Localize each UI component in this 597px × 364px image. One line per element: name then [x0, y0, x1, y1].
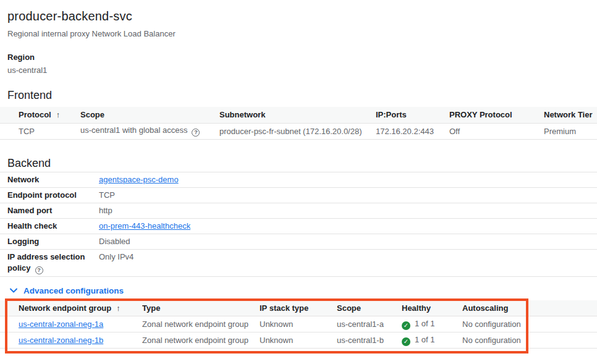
backend-heading: Backend	[7, 156, 597, 170]
advanced-configurations-label: Advanced configurations	[23, 286, 124, 295]
neg-column-autoscaling[interactable]: Autoscaling	[462, 300, 597, 316]
endpoint-protocol-value: TCP	[99, 190, 115, 201]
neg-type-cell: Zonal network endpoint group	[142, 316, 260, 332]
network-label: Network	[0, 174, 99, 185]
neg-row-1a: us-central-zonal-neg-1a Zonal network en…	[0, 316, 597, 332]
frontend-scope-text: us-central1 with global access	[80, 125, 187, 135]
neg-column-ip-stack-type[interactable]: IP stack type	[260, 300, 337, 316]
neg-type-cell: Zonal network endpoint group	[142, 332, 260, 349]
named-port-value: http	[99, 205, 112, 216]
neg-column-name[interactable]: Network endpoint group↑	[0, 300, 142, 316]
frontend-column-subnetwork[interactable]: Subnetwork	[219, 107, 376, 123]
help-icon-glyph: ?	[194, 130, 198, 135]
logging-label: Logging	[0, 236, 99, 247]
frontend-network-tier-cell: Premium	[544, 123, 597, 139]
check-glyph: ✓	[404, 323, 409, 329]
neg-ip-stack-cell: Unknown	[260, 332, 337, 349]
frontend-column-proxy-protocol[interactable]: PROXY Protocol	[449, 107, 544, 123]
frontend-protocol-cell: TCP	[0, 123, 80, 139]
sort-ascending-icon: ↑	[116, 303, 121, 313]
ip-policy-label-text: IP address selection policy	[7, 252, 85, 273]
neg-name-cell: us-central-zonal-neg-1b	[0, 332, 142, 349]
chevron-down-icon	[10, 288, 17, 293]
frontend-row: TCP us-central1 with global access? prod…	[0, 123, 597, 139]
neg-column-scope[interactable]: Scope	[337, 300, 402, 316]
backend-row-logging: Logging Disabled	[0, 234, 597, 249]
health-check-link[interactable]: on-prem-443-healthcheck	[99, 221, 190, 231]
frontend-column-protocol[interactable]: Protocol↑	[0, 107, 80, 123]
neg-column-healthy[interactable]: Healthy	[402, 300, 462, 316]
sort-ascending-icon: ↑	[56, 110, 61, 119]
ip-policy-value: Only IPv4	[99, 252, 133, 263]
neg-healthy-cell: ✓1 of 1	[402, 316, 462, 332]
load-balancer-details-page: producer-backend-svc Regional internal p…	[0, 0, 597, 364]
frontend-scope-cell: us-central1 with global access?	[80, 123, 219, 139]
frontend-ip-ports-cell: 172.16.20.2:443	[376, 123, 449, 139]
region-label: Region	[7, 53, 597, 62]
frontend-column-network-tier[interactable]: Network Tier	[544, 107, 597, 123]
network-link[interactable]: agentspace-psc-demo	[99, 175, 179, 184]
frontend-proxy-protocol-cell: Off	[449, 123, 544, 139]
check-glyph: ✓	[404, 339, 409, 345]
help-icon-glyph: ?	[37, 268, 41, 273]
healthy-check-icon: ✓	[402, 321, 410, 330]
neg-autoscaling-cell: No configuration	[462, 316, 597, 332]
neg-row-1b: us-central-zonal-neg-1b Zonal network en…	[0, 332, 597, 349]
page-subtitle: Regional internal proxy Network Load Bal…	[7, 29, 597, 39]
frontend-header-row: Protocol↑ Scope Subnetwork IP:Ports PROX…	[0, 107, 597, 123]
logging-value: Disabled	[99, 236, 130, 247]
healthy-count: 1 of 1	[415, 319, 435, 328]
healthy-check-icon: ✓	[402, 337, 410, 346]
ip-policy-label: IP address selection policy?	[0, 252, 99, 274]
help-icon[interactable]: ?	[35, 266, 43, 274]
region-value: us-central1	[7, 66, 597, 75]
neg-name-cell: us-central-zonal-neg-1a	[0, 316, 142, 332]
healthy-count: 1 of 1	[415, 335, 435, 344]
network-endpoint-group-table: Network endpoint group↑ Type IP stack ty…	[0, 300, 597, 349]
neg-column-name-label: Network endpoint group	[19, 303, 111, 313]
advanced-configurations-toggle[interactable]: Advanced configurations	[10, 286, 124, 295]
backend-row-ip-policy: IP address selection policy? Only IPv4	[0, 249, 597, 277]
neg-scope-cell: us-central1-a	[337, 316, 402, 332]
named-port-label: Named port	[0, 205, 99, 216]
health-check-label: Health check	[0, 221, 99, 232]
frontend-column-scope[interactable]: Scope	[80, 107, 219, 123]
backend-row-endpoint-protocol: Endpoint protocol TCP	[0, 187, 597, 203]
neg-autoscaling-cell: No configuration	[462, 332, 597, 349]
backend-row-health-check: Health check on-prem-443-healthcheck	[0, 218, 597, 234]
backend-properties: Network agentspace-psc-demo Endpoint pro…	[0, 172, 597, 277]
neg-link-us-central-zonal-neg-1b[interactable]: us-central-zonal-neg-1b	[19, 336, 103, 345]
neg-column-type[interactable]: Type	[142, 300, 260, 316]
help-icon[interactable]: ?	[192, 129, 200, 137]
neg-link-us-central-zonal-neg-1a[interactable]: us-central-zonal-neg-1a	[19, 320, 103, 329]
frontend-subnetwork-cell: producer-psc-fr-subnet (172.16.20.0/28)	[219, 123, 376, 139]
frontend-heading: Frontend	[7, 88, 597, 102]
endpoint-protocol-label: Endpoint protocol	[0, 190, 99, 201]
neg-ip-stack-cell: Unknown	[260, 316, 337, 332]
frontend-column-ip-ports[interactable]: IP:Ports	[376, 107, 449, 123]
backend-row-named-port: Named port http	[0, 203, 597, 218]
neg-header-row: Network endpoint group↑ Type IP stack ty…	[0, 300, 597, 316]
frontend-table: Protocol↑ Scope Subnetwork IP:Ports PROX…	[0, 107, 597, 140]
backend-row-network: Network agentspace-psc-demo	[0, 172, 597, 187]
neg-scope-cell: us-central1-b	[337, 332, 402, 349]
page-title: producer-backend-svc	[7, 9, 597, 23]
neg-healthy-cell: ✓1 of 1	[402, 332, 462, 349]
frontend-column-protocol-label: Protocol	[19, 110, 51, 119]
